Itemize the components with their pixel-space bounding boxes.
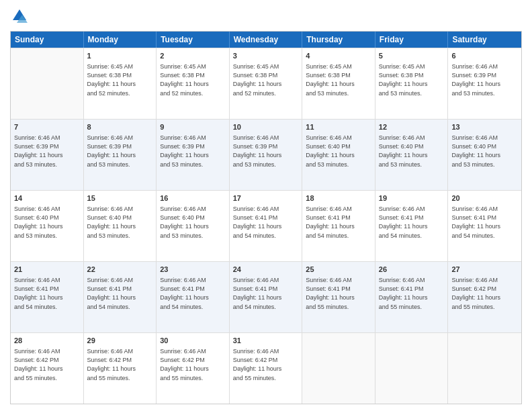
day-number: 10 xyxy=(233,122,299,132)
day-number: 27 xyxy=(451,265,518,275)
day-number: 25 xyxy=(306,265,371,275)
day-cell-29: 29Sunrise: 6:46 AMSunset: 6:42 PMDayligh… xyxy=(84,333,157,404)
day-number: 26 xyxy=(379,265,445,275)
logo xyxy=(10,7,32,26)
day-number: 13 xyxy=(451,122,518,132)
day-cell-10: 10Sunrise: 6:46 AMSunset: 6:39 PMDayligh… xyxy=(230,120,303,190)
day-cell-20: 20Sunrise: 6:46 AMSunset: 6:41 PMDayligh… xyxy=(448,191,521,261)
day-cell-18: 18Sunrise: 6:46 AMSunset: 6:41 PMDayligh… xyxy=(302,191,375,261)
day-number: 2 xyxy=(160,51,226,61)
day-cell-17: 17Sunrise: 6:46 AMSunset: 6:41 PMDayligh… xyxy=(230,191,303,261)
header-day-tuesday: Tuesday xyxy=(157,32,230,48)
day-number: 28 xyxy=(14,336,80,346)
day-number: 1 xyxy=(87,51,153,61)
day-number: 30 xyxy=(160,336,226,346)
empty-cell xyxy=(448,333,521,404)
day-number: 14 xyxy=(14,193,80,203)
day-cell-2: 2Sunrise: 6:45 AMSunset: 6:38 PMDaylight… xyxy=(157,48,230,119)
day-number: 8 xyxy=(87,122,153,132)
day-number: 5 xyxy=(379,51,445,61)
day-number: 15 xyxy=(87,193,153,203)
day-number: 19 xyxy=(379,193,445,203)
calendar-row: 7Sunrise: 6:46 AMSunset: 6:39 PMDaylight… xyxy=(11,119,521,190)
day-info: Sunrise: 6:46 AMSunset: 6:40 PMDaylight:… xyxy=(306,134,371,169)
day-info: Sunrise: 6:46 AMSunset: 6:39 PMDaylight:… xyxy=(451,62,518,97)
day-cell-3: 3Sunrise: 6:45 AMSunset: 6:38 PMDaylight… xyxy=(230,48,303,119)
day-number: 17 xyxy=(233,193,299,203)
day-number: 20 xyxy=(451,193,518,203)
day-cell-26: 26Sunrise: 6:46 AMSunset: 6:41 PMDayligh… xyxy=(375,262,449,332)
day-info: Sunrise: 6:46 AMSunset: 6:42 PMDaylight:… xyxy=(233,347,299,382)
day-info: Sunrise: 6:46 AMSunset: 6:40 PMDaylight:… xyxy=(451,134,518,169)
day-cell-12: 12Sunrise: 6:46 AMSunset: 6:40 PMDayligh… xyxy=(375,120,449,190)
day-info: Sunrise: 6:46 AMSunset: 6:40 PMDaylight:… xyxy=(379,134,445,169)
day-cell-23: 23Sunrise: 6:46 AMSunset: 6:41 PMDayligh… xyxy=(157,262,230,332)
day-info: Sunrise: 6:45 AMSunset: 6:38 PMDaylight:… xyxy=(87,62,153,97)
day-info: Sunrise: 6:46 AMSunset: 6:42 PMDaylight:… xyxy=(87,347,153,382)
day-number: 16 xyxy=(160,193,226,203)
calendar: SundayMondayTuesdayWednesdayThursdayFrid… xyxy=(10,31,522,404)
calendar-row: 1Sunrise: 6:45 AMSunset: 6:38 PMDaylight… xyxy=(11,48,521,119)
day-info: Sunrise: 6:46 AMSunset: 6:39 PMDaylight:… xyxy=(160,134,226,169)
day-info: Sunrise: 6:46 AMSunset: 6:41 PMDaylight:… xyxy=(14,276,80,311)
day-cell-27: 27Sunrise: 6:46 AMSunset: 6:42 PMDayligh… xyxy=(448,262,521,332)
day-cell-22: 22Sunrise: 6:46 AMSunset: 6:41 PMDayligh… xyxy=(84,262,157,332)
calendar-header: SundayMondayTuesdayWednesdayThursdayFrid… xyxy=(11,32,521,48)
day-cell-21: 21Sunrise: 6:46 AMSunset: 6:41 PMDayligh… xyxy=(11,262,84,332)
day-number: 3 xyxy=(233,51,299,61)
calendar-row: 28Sunrise: 6:46 AMSunset: 6:42 PMDayligh… xyxy=(11,332,521,404)
day-info: Sunrise: 6:46 AMSunset: 6:41 PMDaylight:… xyxy=(379,205,445,240)
header-day-monday: Monday xyxy=(84,32,157,48)
day-number: 21 xyxy=(14,265,80,275)
day-cell-11: 11Sunrise: 6:46 AMSunset: 6:40 PMDayligh… xyxy=(302,120,375,190)
day-cell-6: 6Sunrise: 6:46 AMSunset: 6:39 PMDaylight… xyxy=(448,48,521,119)
day-number: 11 xyxy=(306,122,371,132)
day-number: 31 xyxy=(233,336,299,346)
empty-cell xyxy=(375,333,449,404)
day-number: 9 xyxy=(160,122,226,132)
day-info: Sunrise: 6:46 AMSunset: 6:42 PMDaylight:… xyxy=(451,276,518,311)
day-info: Sunrise: 6:46 AMSunset: 6:39 PMDaylight:… xyxy=(233,134,299,169)
calendar-row: 21Sunrise: 6:46 AMSunset: 6:41 PMDayligh… xyxy=(11,261,521,332)
day-info: Sunrise: 6:46 AMSunset: 6:41 PMDaylight:… xyxy=(451,205,518,240)
day-number: 23 xyxy=(160,265,226,275)
day-cell-13: 13Sunrise: 6:46 AMSunset: 6:40 PMDayligh… xyxy=(448,120,521,190)
day-info: Sunrise: 6:45 AMSunset: 6:38 PMDaylight:… xyxy=(160,62,226,97)
day-number: 4 xyxy=(306,51,371,61)
day-cell-16: 16Sunrise: 6:46 AMSunset: 6:40 PMDayligh… xyxy=(157,191,230,261)
day-cell-1: 1Sunrise: 6:45 AMSunset: 6:38 PMDaylight… xyxy=(84,48,157,119)
day-info: Sunrise: 6:45 AMSunset: 6:38 PMDaylight:… xyxy=(306,62,371,97)
day-cell-9: 9Sunrise: 6:46 AMSunset: 6:39 PMDaylight… xyxy=(157,120,230,190)
header-day-sunday: Sunday xyxy=(11,32,84,48)
day-info: Sunrise: 6:46 AMSunset: 6:41 PMDaylight:… xyxy=(306,276,371,311)
day-cell-15: 15Sunrise: 6:46 AMSunset: 6:40 PMDayligh… xyxy=(84,191,157,261)
calendar-body: 1Sunrise: 6:45 AMSunset: 6:38 PMDaylight… xyxy=(11,48,521,404)
day-info: Sunrise: 6:46 AMSunset: 6:40 PMDaylight:… xyxy=(14,205,80,240)
day-number: 18 xyxy=(306,193,371,203)
day-info: Sunrise: 6:46 AMSunset: 6:41 PMDaylight:… xyxy=(233,205,299,240)
day-info: Sunrise: 6:46 AMSunset: 6:39 PMDaylight:… xyxy=(87,134,153,169)
day-cell-31: 31Sunrise: 6:46 AMSunset: 6:42 PMDayligh… xyxy=(230,333,303,404)
day-number: 24 xyxy=(233,265,299,275)
day-info: Sunrise: 6:46 AMSunset: 6:40 PMDaylight:… xyxy=(160,205,226,240)
day-info: Sunrise: 6:46 AMSunset: 6:39 PMDaylight:… xyxy=(14,134,80,169)
day-number: 6 xyxy=(451,51,518,61)
day-info: Sunrise: 6:46 AMSunset: 6:42 PMDaylight:… xyxy=(14,347,80,382)
day-cell-14: 14Sunrise: 6:46 AMSunset: 6:40 PMDayligh… xyxy=(11,191,84,261)
day-cell-19: 19Sunrise: 6:46 AMSunset: 6:41 PMDayligh… xyxy=(375,191,449,261)
logo-icon xyxy=(10,7,29,26)
day-number: 12 xyxy=(379,122,445,132)
day-number: 22 xyxy=(87,265,153,275)
header xyxy=(10,7,522,26)
day-info: Sunrise: 6:46 AMSunset: 6:41 PMDaylight:… xyxy=(87,276,153,311)
day-number: 29 xyxy=(87,336,153,346)
header-day-thursday: Thursday xyxy=(302,32,375,48)
day-info: Sunrise: 6:46 AMSunset: 6:40 PMDaylight:… xyxy=(87,205,153,240)
day-cell-28: 28Sunrise: 6:46 AMSunset: 6:42 PMDayligh… xyxy=(11,333,84,404)
page: SundayMondayTuesdayWednesdayThursdayFrid… xyxy=(0,0,532,411)
empty-cell xyxy=(11,48,84,119)
day-number: 7 xyxy=(14,122,80,132)
day-cell-30: 30Sunrise: 6:46 AMSunset: 6:42 PMDayligh… xyxy=(157,333,230,404)
header-day-saturday: Saturday xyxy=(448,32,521,48)
day-info: Sunrise: 6:46 AMSunset: 6:42 PMDaylight:… xyxy=(160,347,226,382)
